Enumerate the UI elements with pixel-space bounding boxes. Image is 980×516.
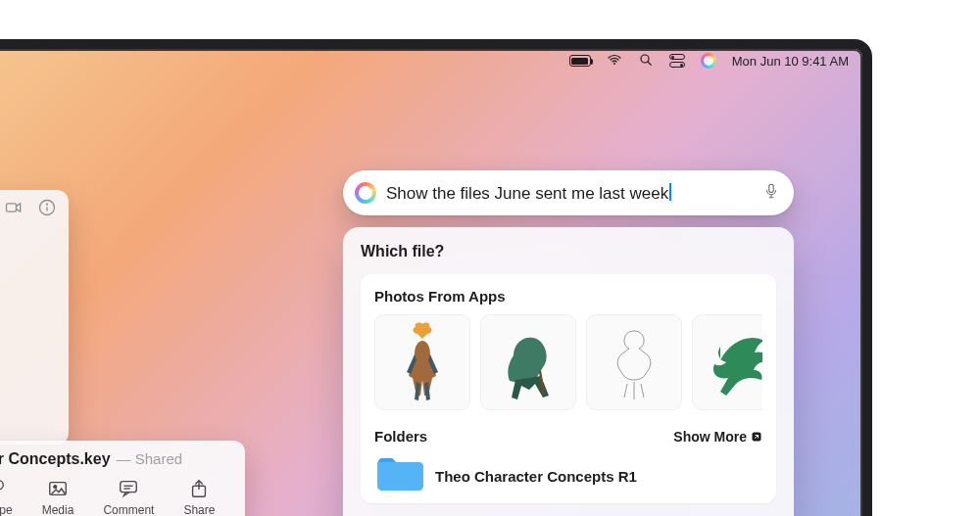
svg-rect-3 — [7, 204, 17, 211]
media-button[interactable]: Media — [42, 478, 74, 516]
search-query-text[interactable]: Show the files June sent me last week — [386, 183, 753, 204]
siri-icon — [355, 182, 376, 204]
folders-section-title: Folders — [374, 428, 427, 445]
folder-result-item[interactable]: Theo Character Concepts R1 — [374, 454, 762, 497]
results-card: Photos From Apps Folders Show More — [361, 274, 776, 503]
folder-name: Theo Character Concepts R1 — [435, 468, 637, 485]
siri-search-bar[interactable]: Show the files June sent me last week — [343, 170, 794, 215]
folder-icon — [374, 454, 423, 497]
siri-menu-icon[interactable] — [701, 53, 716, 69]
spotlight-search-icon[interactable] — [638, 52, 654, 70]
svg-rect-18 — [769, 184, 774, 192]
svg-point-0 — [613, 63, 615, 65]
svg-point-13 — [54, 486, 57, 489]
photo-thumbnail[interactable] — [374, 314, 470, 410]
photo-thumbnail[interactable] — [586, 314, 682, 410]
arrow-out-icon — [751, 431, 762, 443]
facetime-video-icon[interactable] — [4, 198, 24, 221]
datetime-display[interactable]: Mon Jun 10 9:41 AM — [732, 54, 849, 69]
document-title: e Character Concepts.key — [0, 450, 111, 468]
keynote-window[interactable]: e Character Concepts.key — Shared xt Sha… — [0, 441, 245, 516]
battery-icon[interactable] — [569, 55, 591, 67]
photos-thumbnail-row — [374, 314, 762, 410]
svg-line-2 — [648, 62, 651, 65]
keynote-toolbar: xt Shape Media Comment Share — [0, 468, 245, 516]
photo-thumbnail[interactable] — [692, 314, 762, 410]
svg-point-6 — [47, 204, 48, 205]
menu-bar: Mon Jun 10 9:41 AM — [0, 49, 862, 72]
comment-button[interactable]: Comment — [103, 478, 154, 516]
keynote-title-bar: e Character Concepts.key — Shared — [0, 450, 245, 468]
photos-section-title: Photos From Apps — [374, 288, 762, 305]
show-more-button[interactable]: Show More — [673, 429, 762, 445]
svg-point-11 — [0, 481, 4, 490]
svg-rect-14 — [121, 482, 137, 493]
info-icon[interactable] — [37, 198, 57, 221]
results-prompt-title: Which file? — [361, 243, 776, 260]
wifi-icon[interactable] — [607, 52, 622, 70]
control-center-icon[interactable] — [669, 53, 685, 69]
siri-results-panel: Which file? Photos From Apps Folders — [343, 227, 794, 516]
desktop-wallpaper: Mon Jun 10 9:41 AM omorrow! e Character … — [0, 39, 872, 516]
shared-badge: — Shared — [117, 450, 183, 467]
photo-thumbnail[interactable] — [480, 314, 576, 410]
messages-window[interactable]: omorrow! — [0, 190, 69, 445]
microphone-icon[interactable] — [762, 182, 780, 204]
share-button[interactable]: Share — [183, 478, 215, 516]
text-cursor — [669, 183, 671, 201]
shape-button[interactable]: Shape — [0, 478, 13, 516]
